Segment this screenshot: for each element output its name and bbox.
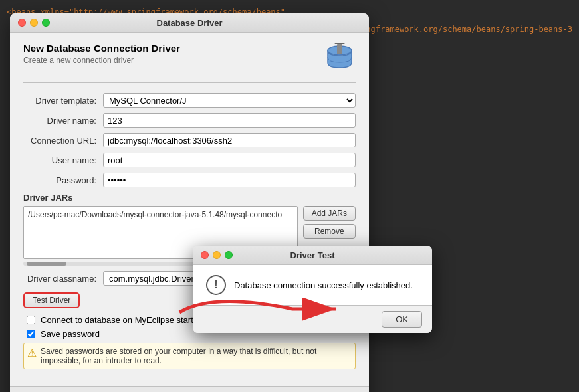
connection-url-label: Connection URL: xyxy=(23,136,103,146)
driver-name-row: Driver name: xyxy=(23,113,356,128)
main-dialog: Database Driver New Database Connection … xyxy=(10,13,369,392)
driver-name-input[interactable] xyxy=(103,113,356,128)
header-text: New Database Connection Driver Create a … xyxy=(23,43,317,65)
test-dialog-footer: OK xyxy=(193,305,432,333)
test-traffic-lights xyxy=(201,251,233,259)
driver-classname-label: Driver classname: xyxy=(23,274,103,284)
save-password-label: Save password xyxy=(41,329,100,339)
driver-template-row: Driver template: MySQL Connector/J xyxy=(23,93,356,108)
connect-on-startup-checkbox[interactable] xyxy=(27,316,35,324)
driver-template-select[interactable]: MySQL Connector/J xyxy=(103,93,356,108)
password-row: Password: xyxy=(23,173,356,187)
main-dialog-body: New Database Connection Driver Create a … xyxy=(10,33,369,386)
main-dialog-title: Database Driver xyxy=(157,18,223,28)
connection-url-input[interactable] xyxy=(103,133,356,147)
remove-button[interactable]: Remove xyxy=(303,224,356,239)
connect-on-startup-label: Connect to database on MyEclipse startup xyxy=(41,315,203,325)
bg-url-hint: springframework.org/schema/beans/spring-… xyxy=(346,25,572,34)
dialog-header: New Database Connection Driver Create a … xyxy=(23,43,356,83)
driver-template-label: Driver template: xyxy=(23,96,103,106)
header-title: New Database Connection Driver xyxy=(23,43,317,54)
driver-name-label: Driver name: xyxy=(23,116,103,126)
user-name-input[interactable] xyxy=(103,153,356,167)
minimize-button[interactable] xyxy=(30,19,38,27)
test-dialog-body: ! Database connection successfully estab… xyxy=(193,265,432,305)
test-dialog-titlebar: Driver Test xyxy=(193,246,432,265)
warning-text: Saved passwords are stored on your compu… xyxy=(41,347,352,365)
jars-scrollbar-thumb xyxy=(27,262,66,266)
driver-jars-label: Driver JARs xyxy=(23,193,356,203)
jar-list-item: /Users/pc-mac/Downloads/mysql-connector-… xyxy=(27,209,294,220)
test-dialog: Driver Test ! Database connection succes… xyxy=(193,246,432,333)
password-input[interactable] xyxy=(103,173,356,187)
info-icon: ! xyxy=(206,275,226,295)
ok-button[interactable]: OK xyxy=(382,311,422,328)
dialog-footer: ? < Back Next > Cancel Finish xyxy=(10,386,369,392)
add-jars-button[interactable]: Add JARs xyxy=(303,206,356,221)
user-name-label: User name: xyxy=(23,155,103,165)
connection-url-row: Connection URL: xyxy=(23,133,356,147)
test-dialog-message: Database connection successfully establi… xyxy=(234,280,413,290)
test-minimize-button[interactable] xyxy=(213,251,221,259)
maximize-button[interactable] xyxy=(42,19,50,27)
header-subtitle: Create a new connection driver xyxy=(23,56,317,65)
user-name-row: User name: xyxy=(23,153,356,167)
traffic-lights xyxy=(18,19,50,27)
test-close-button[interactable] xyxy=(201,251,209,259)
close-button[interactable] xyxy=(18,19,26,27)
db-icon xyxy=(324,43,356,74)
warning-row: ⚠ Saved passwords are stored on your com… xyxy=(23,343,356,369)
svg-rect-1 xyxy=(337,44,342,54)
svg-marker-2 xyxy=(334,43,345,44)
warning-icon: ⚠ xyxy=(27,347,37,359)
save-password-checkbox[interactable] xyxy=(27,330,35,338)
password-label: Password: xyxy=(23,175,103,185)
test-dialog-title: Driver Test xyxy=(290,250,335,260)
test-driver-button[interactable]: Test Driver xyxy=(23,292,80,308)
test-maximize-button[interactable] xyxy=(225,251,233,259)
main-dialog-titlebar: Database Driver xyxy=(10,13,369,33)
